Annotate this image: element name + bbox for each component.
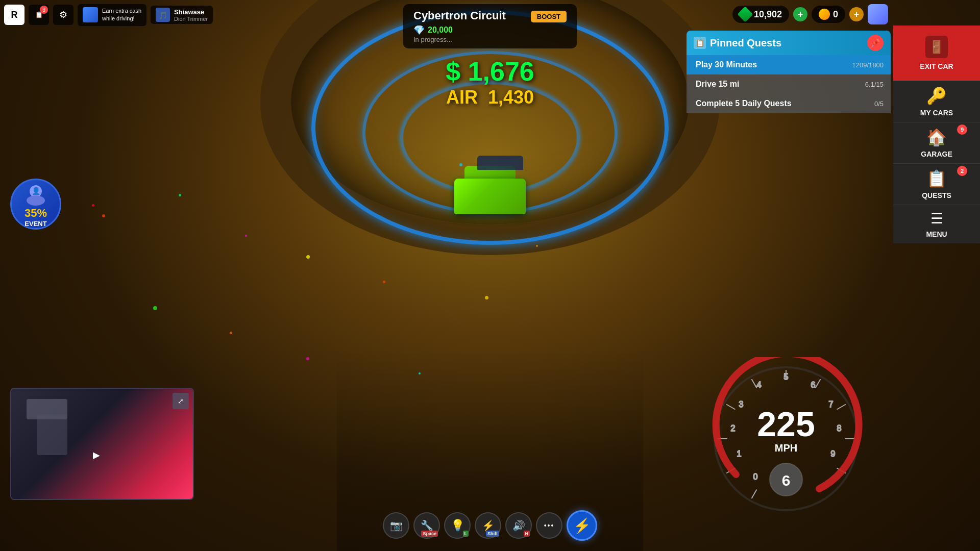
my-cars-wrapper: 🔑 MY CARS <box>893 81 980 122</box>
svg-text:225: 225 <box>757 405 815 443</box>
coins-amount: 0 <box>833 9 838 20</box>
svg-text:4: 4 <box>757 381 762 389</box>
quest-clipboard-icon: 📋 <box>694 37 706 49</box>
lights-icon: 💡 <box>451 519 464 532</box>
earn-cash-text: Earn extra cash while driving! <box>102 7 141 23</box>
exit-car-label: EXIT CAR <box>920 62 953 70</box>
quest-item-drive[interactable]: Drive 15 mi 6.1/15 <box>687 74 891 94</box>
camera-icon: 📷 <box>390 519 403 532</box>
notifications-button[interactable]: 📋 3 <box>29 5 49 25</box>
coin-icon <box>819 9 830 20</box>
exit-car-button[interactable]: 🚪 EXIT CAR <box>893 26 980 81</box>
svg-text:0: 0 <box>753 472 758 481</box>
roblox-logo: R <box>4 5 24 25</box>
event-label: EVENT <box>24 220 46 228</box>
menu-button[interactable]: ☰ MENU <box>893 205 980 243</box>
sparkle <box>179 194 181 196</box>
sparkle <box>536 245 538 247</box>
more-button[interactable]: ••• <box>536 512 562 539</box>
quest-item-daily[interactable]: Complete 5 Daily Quests 0/5 <box>687 94 891 113</box>
air-display: AIR 1,430 <box>446 87 534 108</box>
currency-bar: 10,902 + 0 + <box>732 4 888 24</box>
quest-item-play[interactable]: Play 30 Minutes 1209/1800 <box>687 55 891 74</box>
svg-text:5: 5 <box>784 372 789 381</box>
top-left-ui: R 📋 3 ⚙ Earn extra cash while driving! 🎵… <box>4 4 213 26</box>
quest-pin-button[interactable]: 📌 <box>867 35 884 51</box>
volume-icon: 🎵 <box>156 8 170 22</box>
svg-line-6 <box>752 490 757 498</box>
boost-active-icon: ⚡ <box>573 517 591 534</box>
event-avatar-icon: 👤 <box>23 181 48 207</box>
quests-title: Pinned Quests <box>710 37 781 49</box>
event-badge[interactable]: 👤 35% EVENT <box>10 179 61 230</box>
l-key-badge: L <box>463 531 469 537</box>
minimap-content: ▶ <box>11 389 193 499</box>
svg-point-3 <box>27 195 45 206</box>
car-body <box>454 179 526 214</box>
sparkle <box>485 296 488 299</box>
wrench-button[interactable]: 🔧 Space <box>413 512 440 539</box>
menu-wrapper: ☰ MENU <box>893 205 980 243</box>
lights-button[interactable]: 💡 L <box>444 512 471 539</box>
minimap-expand-button[interactable]: ⤢ <box>173 393 189 409</box>
map-object <box>37 414 67 455</box>
right-sidebar: 🚪 EXIT CAR 🔑 MY CARS 🏠 GARAGE 9 📋 QUESTS… <box>893 26 980 243</box>
player-info-panel: 🎵 Shiawase Dion Trimmer <box>151 6 213 24</box>
svg-text:MPH: MPH <box>775 442 797 454</box>
svg-line-14 <box>752 379 757 388</box>
player-avatar[interactable] <box>868 4 888 24</box>
quests-badge: 2 <box>957 166 967 176</box>
money-display: $ 1,676 <box>446 56 534 87</box>
svg-text:7: 7 <box>829 400 834 409</box>
gems-amount: 10,902 <box>754 9 782 20</box>
space-key-badge: Space <box>421 531 438 537</box>
race-info-panel: Cybertron Circuit BOOST 💎 20,000 In prog… <box>403 4 577 48</box>
sparkle <box>306 255 310 259</box>
race-reward: 20,000 <box>428 26 453 35</box>
gem-icon <box>737 6 753 22</box>
quests-sidebar-label: QUESTS <box>922 191 951 199</box>
minimap: ▶ ⤢ <box>10 388 194 500</box>
minimap-cursor: ▶ <box>93 449 100 461</box>
sparkle <box>306 357 309 360</box>
my-cars-icon: 🔑 <box>926 86 947 106</box>
boost-button[interactable]: BOOST <box>531 11 567 22</box>
camera-button[interactable]: 📷 <box>383 512 409 539</box>
boost-active-button[interactable]: ⚡ <box>567 510 597 541</box>
earn-cash-button[interactable]: Earn extra cash while driving! <box>78 4 146 26</box>
garage-badge: 9 <box>957 124 967 135</box>
shift-key-badge: Shift <box>486 531 499 537</box>
score-display: $ 1,676 AIR 1,430 <box>446 56 534 108</box>
menu-icon: ☰ <box>930 210 943 227</box>
horn-icon: 🔊 <box>512 519 525 532</box>
svg-line-12 <box>726 405 735 410</box>
add-coins-button[interactable]: + <box>849 7 864 21</box>
svg-text:6: 6 <box>811 381 816 389</box>
sparkle <box>230 332 232 334</box>
svg-line-18 <box>816 379 821 388</box>
svg-text:2: 2 <box>731 424 736 433</box>
quest-drive-progress: 6.1/15 <box>865 81 884 88</box>
h-key-badge: H <box>524 531 530 537</box>
reward-gem-icon: 💎 <box>413 24 425 36</box>
quests-panel: 📋 Pinned Quests 📌 Play 30 Minutes 1209/1… <box>687 31 891 113</box>
sparkle <box>459 163 462 166</box>
settings-button[interactable]: ⚙ <box>53 5 74 25</box>
svg-text:6: 6 <box>782 472 791 489</box>
quests-button-wrapper: 📋 QUESTS 2 <box>893 163 980 205</box>
add-gems-button[interactable]: + <box>793 7 807 21</box>
turbo-button[interactable]: ⚡ Shift <box>475 512 501 539</box>
my-cars-button[interactable]: 🔑 MY CARS <box>893 81 980 122</box>
car-windshield <box>477 156 523 170</box>
menu-label: MENU <box>926 230 947 238</box>
quests-header: 📋 Pinned Quests 📌 <box>687 31 891 55</box>
quest-play-label: Play 30 Minutes <box>696 60 847 69</box>
svg-text:3: 3 <box>739 400 744 409</box>
svg-text:1: 1 <box>737 449 742 458</box>
horn-button[interactable]: 🔊 H <box>505 512 532 539</box>
my-cars-label: MY CARS <box>920 109 953 117</box>
quest-daily-progress: 0/5 <box>874 100 884 108</box>
earn-cash-avatar <box>83 7 98 22</box>
sparkle <box>153 306 157 310</box>
settings-icon: ⚙ <box>59 9 67 20</box>
